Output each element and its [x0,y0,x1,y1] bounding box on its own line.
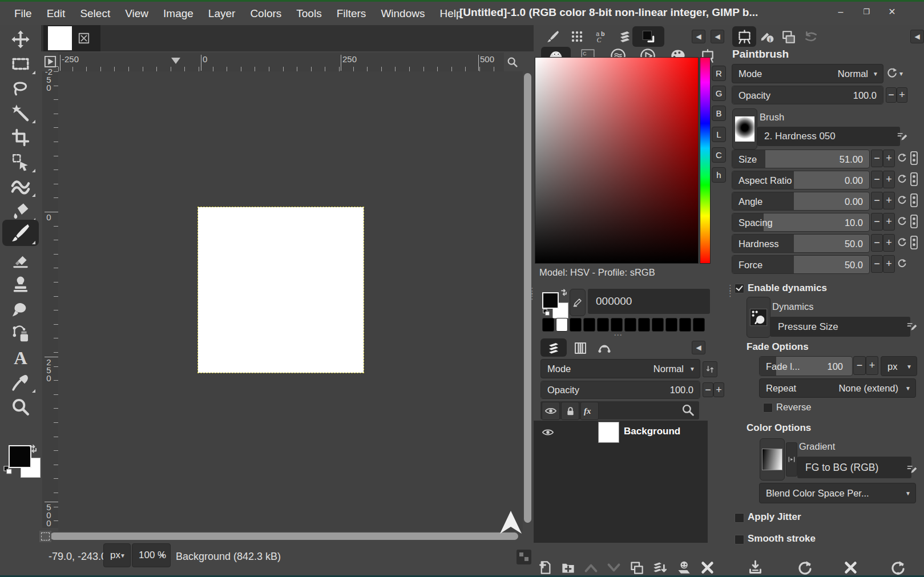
tool-zoom[interactable] [2,395,39,419]
brush-name-field[interactable]: 2. Hardness 050 [757,127,900,146]
tab-scroll-left-button[interactable]: ◀ [711,30,724,43]
tool-paintbrush[interactable] [2,220,39,246]
color-history-swatch[interactable] [570,318,582,332]
spacing-reset-icon[interactable] [897,216,907,227]
color-history-swatch[interactable] [624,318,636,332]
gradient-name-field[interactable]: FG to BG (RGB) [797,457,911,478]
color-history-swatch[interactable] [556,318,568,332]
layer-effects-button[interactable]: fx [580,402,599,420]
tab-patterns[interactable] [567,29,587,45]
layer-thumbnail[interactable] [598,422,619,443]
menu-file[interactable]: File [7,2,39,25]
opacity-increment-button[interactable]: + [713,382,724,397]
chevron-down-icon[interactable]: ▾ [899,70,903,78]
hex-color-input[interactable]: 000000 [588,289,710,314]
tab-scroll-right-button[interactable]: ◀ [910,30,924,43]
force-reset-icon[interactable] [897,258,907,269]
menu-layer[interactable]: Layer [201,2,243,25]
panel-grip[interactable]: ⋮⋮ [726,285,735,296]
duplicate-layer-icon[interactable] [629,560,644,575]
angle-tablet-icon[interactable] [910,193,918,207]
unit-dropdown[interactable]: px ▼ [103,543,131,567]
quick-mask-button[interactable] [39,531,51,542]
hardness-increment-button[interactable]: + [883,234,895,252]
tab-gradients[interactable] [615,29,635,45]
reverse-checkbox[interactable] [763,403,773,413]
zoom-follow-window-button[interactable] [504,53,521,71]
dynamics-thumbnail-button[interactable] [747,297,770,338]
layer-name[interactable]: Background [624,426,680,437]
force-slider[interactable]: Force 50.0 [732,255,870,274]
reset-options-icon[interactable] [890,560,906,575]
canvas-image[interactable] [198,207,364,373]
mode-reset-icon[interactable] [886,67,898,79]
more-colors-dots[interactable]: ⋯ [614,330,622,340]
fade-decrement-button[interactable]: − [853,356,866,375]
channel-g-button[interactable]: G [712,86,726,101]
swap-colors-icon[interactable] [559,288,568,297]
navigation-arrow-icon[interactable] [498,510,524,535]
panel-grip[interactable]: ⋮⋮ [528,288,536,298]
new-layer-group-icon[interactable] [560,560,576,575]
repeat-dropdown[interactable]: Repeat None (extend) ▼ [759,378,916,398]
zoom-dropdown[interactable]: 100 % ▼ [132,543,171,567]
menu-colors[interactable]: Colors [243,2,289,25]
delete-layer-icon[interactable] [700,560,715,575]
angle-reset-icon[interactable] [897,195,907,205]
tool-smudge[interactable] [2,297,39,321]
hardness-reset-icon[interactable] [897,237,907,248]
opacity-decrement-button[interactable]: − [703,382,713,397]
tab-scroll-left-button[interactable]: ◀ [692,30,705,43]
channel-h-button[interactable]: h [712,167,726,183]
layer-mode-dropdown[interactable]: Mode Normal ▼ [540,359,700,378]
color-history-swatch[interactable] [693,318,705,332]
swap-colors-icon[interactable] [27,443,39,454]
spacing-decrement-button[interactable]: − [871,213,883,231]
angle-increment-button[interactable]: + [883,192,895,209]
restore-options-icon[interactable] [797,560,813,575]
tab-fg-color-active[interactable] [632,26,664,47]
default-colors-icon[interactable] [3,466,13,475]
tool-rectangle-select[interactable] [2,52,39,76]
opacity-decrement-button[interactable]: − [886,87,897,103]
hardness-decrement-button[interactable]: − [871,234,883,252]
image-tab[interactable] [43,25,100,51]
tab-undo-history[interactable] [802,30,820,45]
tool-unified-transform[interactable] [2,150,39,174]
edit-color-button[interactable] [570,289,586,316]
apply-jitter-checkbox[interactable] [735,513,744,523]
edit-gradient-icon[interactable] [906,463,918,475]
default-colors-icon[interactable] [543,309,550,316]
tab-scroll-left-button[interactable]: ◀ [692,341,705,354]
dynamics-name-field[interactable]: Pressure Size [770,317,910,337]
add-mask-icon[interactable] [676,560,691,575]
color-history-swatch[interactable] [679,318,691,332]
color-history-swatch[interactable] [597,318,609,332]
lower-layer-icon[interactable] [606,562,622,574]
spacing-tablet-icon[interactable] [910,215,918,228]
size-increment-button[interactable]: + [883,150,895,167]
force-increment-button[interactable]: + [883,255,895,273]
tool-clone[interactable] [2,272,39,296]
edit-brush-icon[interactable] [897,131,908,142]
horizontal-ruler[interactable]: -250 0 250 500 [58,53,504,71]
aspect-increment-button[interactable]: + [883,171,895,188]
horizontal-scrollbar[interactable] [50,532,518,540]
spacing-slider[interactable]: Spacing 10.0 [732,213,870,232]
menu-image[interactable]: Image [156,2,201,25]
tool-warp-transform[interactable] [2,175,39,199]
brush-thumbnail-button[interactable] [732,108,757,150]
force-decrement-button[interactable]: − [871,255,883,273]
color-history-swatch[interactable] [583,318,595,332]
fade-unit-dropdown[interactable]: px ▼ [881,356,917,376]
tab-fonts[interactable]: abC [591,29,611,45]
channel-b-button[interactable]: B [712,106,726,121]
merge-down-icon[interactable] [652,560,667,575]
fade-length-slider[interactable]: Fade l... 100 [759,356,853,376]
tool-crop[interactable] [2,126,39,150]
minimize-button[interactable]: – [832,3,849,21]
edit-dynamics-icon[interactable] [906,321,918,332]
enable-dynamics-checkbox[interactable] [735,284,744,293]
spacing-increment-button[interactable]: + [883,213,895,231]
layer-lock-button[interactable] [561,402,579,420]
